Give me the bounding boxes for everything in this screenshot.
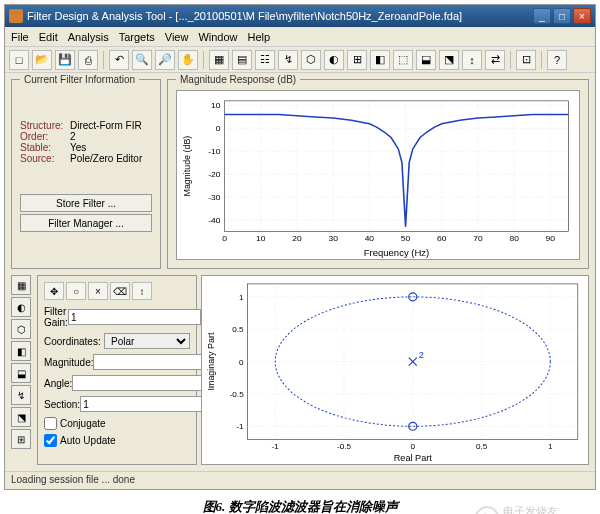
save-icon[interactable]: 💾 bbox=[55, 50, 75, 70]
tool-icon[interactable]: ◧ bbox=[370, 50, 390, 70]
order-label: Order: bbox=[20, 131, 70, 142]
svg-text:90: 90 bbox=[546, 234, 556, 243]
svg-text:-40: -40 bbox=[208, 216, 221, 225]
magnitude-label: Magnitude: bbox=[44, 357, 93, 368]
print-icon[interactable]: ⎙ bbox=[78, 50, 98, 70]
pz-editor-panel: ✥ ○ × ⌫ ↕ Filter Gain: Coordinates: Pola… bbox=[37, 275, 197, 465]
window-title: Filter Design & Analysis Tool - [..._201… bbox=[27, 10, 533, 22]
close-button[interactable]: × bbox=[573, 8, 591, 24]
svg-text:70: 70 bbox=[473, 234, 483, 243]
tool-icon[interactable]: ◐ bbox=[324, 50, 344, 70]
store-filter-button[interactable]: Store Filter ... bbox=[20, 194, 152, 212]
tool-icon[interactable]: ↯ bbox=[278, 50, 298, 70]
svg-text:Real Part: Real Part bbox=[394, 453, 433, 463]
svg-text:-0.5: -0.5 bbox=[230, 390, 245, 399]
tool-icon[interactable]: ▦ bbox=[209, 50, 229, 70]
maximize-button[interactable]: □ bbox=[553, 8, 571, 24]
auto-update-checkbox[interactable] bbox=[44, 434, 57, 447]
filter-gain-input[interactable] bbox=[68, 309, 201, 325]
pz-tool-icon[interactable]: ○ bbox=[66, 282, 86, 300]
app-icon bbox=[9, 9, 23, 23]
pz-tool-icon[interactable]: ✥ bbox=[44, 282, 64, 300]
status-bar: Loading session file ... done bbox=[5, 471, 595, 489]
pole-zero-plot: -1-0.500.51-1-0.500.512Real PartImaginar… bbox=[201, 275, 589, 465]
pz-tool-icon[interactable]: × bbox=[88, 282, 108, 300]
filter-manager-button[interactable]: Filter Manager ... bbox=[20, 214, 152, 232]
menu-edit[interactable]: Edit bbox=[39, 31, 58, 43]
angle-label: Angle: bbox=[44, 378, 72, 389]
auto-update-label: Auto Update bbox=[60, 435, 116, 446]
section-label: Section: bbox=[44, 399, 80, 410]
sidebar-btn[interactable]: ↯ bbox=[11, 385, 31, 405]
svg-text:-30: -30 bbox=[208, 193, 221, 202]
svg-text:30: 30 bbox=[328, 234, 338, 243]
coordinates-select[interactable]: Polar bbox=[104, 333, 190, 349]
conjugate-checkbox[interactable] bbox=[44, 417, 57, 430]
sidebar-btn[interactable]: ◐ bbox=[11, 297, 31, 317]
source-value: Pole/Zero Editor bbox=[70, 153, 152, 164]
svg-text:20: 20 bbox=[292, 234, 302, 243]
sidebar-btn[interactable]: ⬡ bbox=[11, 319, 31, 339]
menu-file[interactable]: File bbox=[11, 31, 29, 43]
undo-icon[interactable]: ↶ bbox=[109, 50, 129, 70]
svg-text:0: 0 bbox=[239, 358, 244, 367]
sidebar-btn[interactable]: ⬓ bbox=[11, 363, 31, 383]
svg-text:-10: -10 bbox=[208, 147, 221, 156]
caption-line1: 图6. 数字陷波滤波器旨在消除噪声 bbox=[0, 498, 600, 514]
tool-icon[interactable]: ↕ bbox=[462, 50, 482, 70]
order-value: 2 bbox=[70, 131, 152, 142]
open-icon[interactable]: 📂 bbox=[32, 50, 52, 70]
svg-text:0: 0 bbox=[216, 125, 221, 134]
svg-text:40: 40 bbox=[365, 234, 375, 243]
pan-icon[interactable]: ✋ bbox=[178, 50, 198, 70]
help-icon[interactable]: ? bbox=[547, 50, 567, 70]
pz-tool-icon[interactable]: ↕ bbox=[132, 282, 152, 300]
new-icon[interactable]: □ bbox=[9, 50, 29, 70]
toolbar: □ 📂 💾 ⎙ ↶ 🔍 🔎 ✋ ▦ ▤ ☷ ↯ ⬡ ◐ ⊞ ◧ ⬚ ⬓ ⬔ ↕ … bbox=[5, 47, 595, 73]
magnitude-plot: 0102030405060708090-40-30-20-10010Freque… bbox=[176, 90, 580, 260]
tool-icon[interactable]: ⬡ bbox=[301, 50, 321, 70]
sidebar-btn[interactable]: ⊞ bbox=[11, 429, 31, 449]
svg-text:50: 50 bbox=[401, 234, 411, 243]
svg-text:0.5: 0.5 bbox=[232, 325, 244, 334]
conjugate-label: Conjugate bbox=[60, 418, 106, 429]
menu-view[interactable]: View bbox=[165, 31, 189, 43]
svg-text:-0.5: -0.5 bbox=[337, 442, 352, 451]
magnitude-panel: Magnitude Response (dB) 0102030405060708… bbox=[167, 79, 589, 269]
menu-analysis[interactable]: Analysis bbox=[68, 31, 109, 43]
angle-input[interactable] bbox=[72, 375, 205, 391]
filter-info-panel: Current Filter Information Structure:Dir… bbox=[11, 79, 161, 269]
tool-icon[interactable]: ⬚ bbox=[393, 50, 413, 70]
sidebar-btn[interactable]: ⬔ bbox=[11, 407, 31, 427]
svg-text:10: 10 bbox=[256, 234, 266, 243]
sidebar-btn[interactable]: ◧ bbox=[11, 341, 31, 361]
menu-window[interactable]: Window bbox=[198, 31, 237, 43]
panel-title: Current Filter Information bbox=[20, 74, 139, 85]
titlebar: Filter Design & Analysis Tool - [..._201… bbox=[5, 5, 595, 27]
coordinates-label: Coordinates: bbox=[44, 336, 104, 347]
minimize-button[interactable]: _ bbox=[533, 8, 551, 24]
zoom-out-icon[interactable]: 🔎 bbox=[155, 50, 175, 70]
zoom-in-icon[interactable]: 🔍 bbox=[132, 50, 152, 70]
svg-text:0.5: 0.5 bbox=[476, 442, 488, 451]
svg-text:-1: -1 bbox=[236, 422, 244, 431]
tool-icon[interactable]: ⊡ bbox=[516, 50, 536, 70]
pz-tool-icon[interactable]: ⌫ bbox=[110, 282, 130, 300]
filter-gain-label: Filter Gain: bbox=[44, 306, 68, 328]
tool-icon[interactable]: ⊞ bbox=[347, 50, 367, 70]
menu-targets[interactable]: Targets bbox=[119, 31, 155, 43]
tool-icon[interactable]: ⇄ bbox=[485, 50, 505, 70]
sidebar-btn[interactable]: ▦ bbox=[11, 275, 31, 295]
tool-icon[interactable]: ☷ bbox=[255, 50, 275, 70]
svg-text:Frequency (Hz): Frequency (Hz) bbox=[364, 248, 430, 258]
structure-label: Structure: bbox=[20, 120, 70, 131]
svg-text:10: 10 bbox=[211, 102, 221, 111]
tool-icon[interactable]: ⬔ bbox=[439, 50, 459, 70]
section-input[interactable] bbox=[80, 396, 213, 412]
figure-caption: 图6. 数字陷波滤波器旨在消除噪声 (运用来自MATLAB的FDATool工具) bbox=[0, 498, 600, 514]
source-label: Source: bbox=[20, 153, 70, 164]
tool-icon[interactable]: ⬓ bbox=[416, 50, 436, 70]
tool-icon[interactable]: ▤ bbox=[232, 50, 252, 70]
menu-help[interactable]: Help bbox=[248, 31, 271, 43]
svg-text:60: 60 bbox=[437, 234, 447, 243]
